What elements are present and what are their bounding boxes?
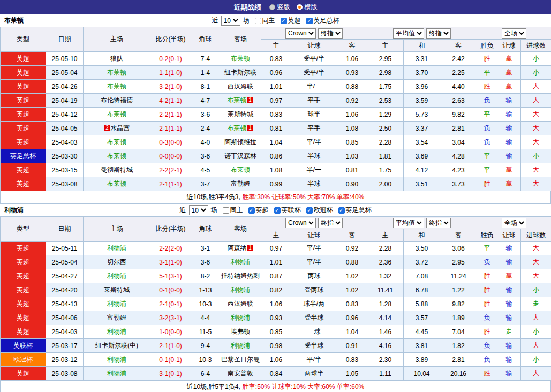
score-cell[interactable]: 2-1(1-0) <box>150 339 191 353</box>
filter-checkbox-英联杯[interactable]: ✓英联杯 <box>274 206 301 215</box>
score-cell[interactable]: 0-0(0-0) <box>150 149 191 163</box>
score-cell[interactable]: 2-2(1-1) <box>150 108 191 122</box>
away-team-cell[interactable]: 西汉姆联 <box>220 80 261 94</box>
filter-checkbox-同主[interactable]: 同主 <box>255 16 275 25</box>
score-cell[interactable]: 1-1(1-0) <box>150 66 191 80</box>
home-team-cell[interactable]: 利物浦 <box>84 325 150 339</box>
score-cell[interactable]: 2-2(2-0) <box>150 242 191 255</box>
odds-home-cell: 0.83 <box>261 108 291 122</box>
filter-checkbox-英超[interactable]: ✓英超 <box>281 16 301 25</box>
score-cell[interactable]: 0-2(0-1) <box>150 52 191 66</box>
bookmaker-select[interactable]: Crown <box>285 218 316 228</box>
table-body: 英超25-05-10狼队0-2(0-1)7-4布莱顿0.83受平/半1.062.… <box>1 52 551 191</box>
away-team-name: 利物浦 <box>231 258 250 266</box>
home-team-cell[interactable]: 利物浦 <box>84 297 150 311</box>
away-team-cell[interactable]: 阿斯顿维拉 <box>220 135 261 149</box>
score-cell[interactable]: 0-3(0-0) <box>150 135 191 149</box>
average-select[interactable]: 平均值 <box>393 28 424 39</box>
filter-checkbox-英超[interactable]: ✓英超 <box>248 206 269 215</box>
score-cell[interactable]: 0-1(0-0) <box>150 283 191 297</box>
result-wdl-cell: 平 <box>477 108 497 122</box>
average-select[interactable]: 平均值 <box>393 218 424 228</box>
score-cell[interactable]: 4-2(1-1) <box>150 94 191 108</box>
avg-home-cell: 4.14 <box>367 311 404 325</box>
col-header: 主场 <box>84 27 150 52</box>
score-cell[interactable]: 3-2(3-1) <box>150 311 191 325</box>
avg-stage-select[interactable]: 终指 <box>426 28 451 39</box>
away-team-cell[interactable]: 利物浦 <box>220 283 261 297</box>
score-cell[interactable]: 2-1(1-1) <box>150 122 191 135</box>
score-cell[interactable]: 2-1(1-1) <box>150 177 191 191</box>
away-team-cell[interactable]: 巴黎圣日尔曼 <box>220 353 261 367</box>
away-team-name: 阿斯顿维拉 <box>224 138 256 146</box>
col-header: 客场 <box>220 217 261 242</box>
league-cell: 英超 <box>1 80 46 94</box>
filter-checkbox-英足总杯[interactable]: ✓英足总杯 <box>306 16 339 25</box>
home-team-cell[interactable]: 利物浦 <box>84 242 150 255</box>
score-cell[interactable]: 2-2(2-1) <box>150 163 191 177</box>
home-team-cell[interactable]: 布莱顿 <box>84 66 150 80</box>
filter-checkbox-同主[interactable]: 同主 <box>223 206 243 215</box>
sub-col-header: 客 <box>337 40 367 52</box>
home-team-cell[interactable]: 切尔西 <box>84 255 150 269</box>
away-team-cell[interactable]: 布莱顿 <box>220 52 261 66</box>
recent-count-select[interactable]: 10 <box>221 16 240 26</box>
away-team-cell[interactable]: 利物浦 <box>220 339 261 353</box>
away-team-cell[interactable]: 诺丁汉森林 <box>220 149 261 163</box>
away-team-cell[interactable]: 埃弗顿 <box>220 325 261 339</box>
fullmatch-select[interactable]: 全场 <box>502 218 526 228</box>
away-team-cell[interactable]: 托特纳姆热刺 <box>220 269 261 283</box>
home-team-cell[interactable]: 利物浦 <box>84 353 150 367</box>
summary-record: 近10场,胜3平4负3, <box>187 193 240 202</box>
score-cell[interactable]: 3-1(1-0) <box>150 255 191 269</box>
score-cell[interactable]: 3-1(0-1) <box>150 367 191 381</box>
home-team-cell[interactable]: 利物浦 <box>84 367 150 381</box>
away-team-cell[interactable]: 阿森纳1 <box>220 242 261 255</box>
filter-checkbox-英足总杯[interactable]: ✓英足总杯 <box>338 206 372 215</box>
away-team-cell[interactable]: 富勒姆 <box>220 177 261 191</box>
away-team-cell[interactable]: 西汉姆联 <box>220 297 261 311</box>
avg-stage-select[interactable]: 终指 <box>426 218 451 228</box>
away-team-cell[interactable]: 布莱顿 <box>220 163 261 177</box>
fullmatch-select[interactable]: 全场 <box>502 28 526 39</box>
odds-handicap-cell: 受半球 <box>291 311 337 325</box>
away-team-cell[interactable]: 莱斯特城 <box>220 108 261 122</box>
away-team-cell[interactable]: 南安普敦 <box>220 367 261 381</box>
filter-checkbox-欧冠杯[interactable]: ✓欧冠杯 <box>306 206 333 215</box>
home-team-cell[interactable]: 布莱顿 <box>84 108 150 122</box>
away-team-cell[interactable]: 纽卡斯尔联 <box>220 66 261 80</box>
away-team-cell[interactable]: 利物浦 <box>220 255 261 269</box>
odds-handicap-cell: 受两球 <box>291 283 337 297</box>
odds-stage-select[interactable]: 终指 <box>318 218 343 228</box>
away-team-cell[interactable]: 布莱顿1 <box>220 94 261 108</box>
home-team-cell[interactable]: 莱斯特城 <box>84 283 150 297</box>
home-team-cell[interactable]: 纽卡斯尔联(中) <box>84 339 150 353</box>
home-team-cell[interactable]: 狼队 <box>84 52 150 66</box>
home-team-cell[interactable]: 利物浦 <box>84 269 150 283</box>
score-cell[interactable]: 2-1(0-1) <box>150 297 191 311</box>
away-team-cell[interactable]: 利物浦 <box>220 311 261 325</box>
bookmaker-select[interactable]: Crown <box>285 28 316 39</box>
layout-radio-vertical[interactable]: 竖版 <box>269 3 290 12</box>
home-team-cell[interactable]: 2水晶宫 <box>84 122 150 135</box>
avg-away-cell: 1.82 <box>440 339 477 353</box>
corner-cell: 8-2 <box>191 269 220 283</box>
home-team-cell[interactable]: 曼彻斯特城 <box>84 163 150 177</box>
odds-stage-select[interactable]: 终指 <box>318 28 343 39</box>
score-cell[interactable]: 5-1(3-1) <box>150 269 191 283</box>
summary-record: 近10场,胜5平1负4, <box>187 382 240 391</box>
recent-count-select[interactable]: 10 <box>189 205 208 215</box>
score-cell[interactable]: 0-1(0-1) <box>150 353 191 367</box>
odds-away-cell: 0.83 <box>337 353 367 367</box>
home-team-cell[interactable]: 布莱顿 <box>84 135 150 149</box>
layout-radio-horizontal[interactable]: 横版 <box>297 3 318 12</box>
home-team-cell[interactable]: 富勒姆 <box>84 311 150 325</box>
home-team-cell[interactable]: 布伦特福德 <box>84 94 150 108</box>
score-cell[interactable]: 3-2(1-0) <box>150 80 191 94</box>
league-cell: 英超 <box>1 311 46 325</box>
score-cell[interactable]: 1-0(0-0) <box>150 325 191 339</box>
away-team-cell[interactable]: 布莱顿1 <box>220 122 261 135</box>
home-team-cell[interactable]: 布莱顿 <box>84 80 150 94</box>
home-team-cell[interactable]: 布莱顿 <box>84 177 150 191</box>
home-team-cell[interactable]: 布莱顿 <box>84 149 150 163</box>
